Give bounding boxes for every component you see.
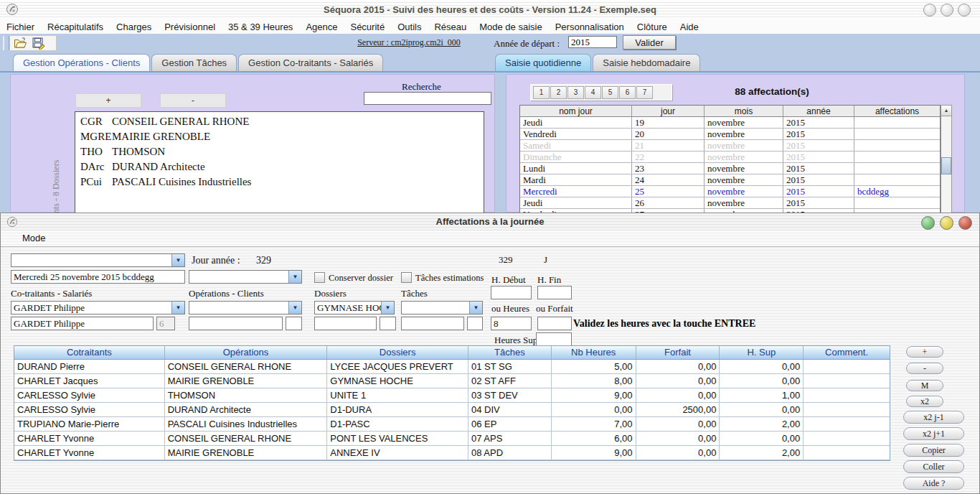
affectations-table-row[interactable]: CARLESSO SylvieTHOMSONUNITE 103 ST DEV9,… — [14, 388, 890, 403]
page-button-6[interactable]: 6 — [619, 86, 636, 99]
tache-code-field[interactable] — [467, 317, 483, 330]
days-table-row[interactable]: Jeudi19novembre2015 — [520, 117, 940, 129]
client-list-item[interactable]: DArcDURAND Architecte — [75, 159, 484, 174]
dialog-maximize-button[interactable] — [940, 216, 953, 230]
tab-saisie-quotidienne[interactable]: Saisie quotidienne — [495, 54, 591, 71]
dialog-minimize-button[interactable] — [921, 216, 935, 230]
tab-saisie-hebdomadaire[interactable]: Saisie hebdomadaire — [593, 54, 700, 71]
days-table-row[interactable]: Vendredi20novembre2015 — [520, 129, 940, 140]
affectations-table-row[interactable]: DURAND PierreCONSEIL GENERAL RHONELYCEE … — [14, 360, 890, 374]
menu-item-mode-de-saisie[interactable]: Mode de saisie — [473, 20, 548, 34]
menu-item-cl-ture[interactable]: Clôture — [631, 20, 674, 34]
page-button-3[interactable]: 3 — [567, 86, 584, 99]
client-list-item[interactable]: THOTHOMSON — [75, 144, 484, 159]
side-button--[interactable]: - — [906, 363, 943, 374]
affectations-table-row[interactable]: TRUPIANO Marie-PierrePASCALI Cuisines In… — [14, 417, 890, 432]
chevron-down-icon[interactable]: ▼ — [469, 302, 482, 314]
tab-gestion-t-ches[interactable]: Gestion Tâches — [151, 54, 237, 71]
days-table-row[interactable]: Samedi21novembre2015 — [520, 140, 940, 152]
side-button-x2-j+1[interactable]: x2 j+1 — [903, 427, 964, 440]
mode-menu[interactable]: Mode — [22, 233, 46, 243]
menu-item-charges[interactable]: Charges — [110, 20, 158, 34]
start-year-input[interactable] — [568, 36, 617, 48]
menu-item-outils[interactable]: Outils — [391, 20, 428, 34]
tache-field[interactable] — [401, 317, 464, 330]
maximize-button[interactable] — [941, 4, 953, 17]
taches-estimations-checkbox[interactable] — [401, 272, 412, 283]
save-file-icon[interactable] — [32, 37, 45, 50]
menu-item-pr-visionnel[interactable]: Prévisionnel — [158, 20, 222, 34]
dossier-combo[interactable]: GYMNASE HOC... ▼ — [314, 301, 395, 314]
chevron-down-icon[interactable]: ▼ — [171, 302, 184, 314]
close-button[interactable] — [958, 4, 971, 17]
minimize-button[interactable] — [923, 4, 936, 17]
client-list-item[interactable]: MGREMAIRIE GRENOBLE — [75, 129, 484, 144]
tab-gestion-op-rations-clients[interactable]: Gestion Opérations - Clients — [13, 54, 150, 71]
menu-item-r-seau[interactable]: Réseau — [428, 20, 473, 34]
heures-input[interactable] — [491, 317, 532, 330]
page-button-4[interactable]: 4 — [585, 86, 601, 99]
heures-sup-input[interactable] — [536, 332, 572, 346]
client-list-item[interactable]: PCuiPASCALI Cuisines Industrielles — [75, 174, 484, 190]
page-button-7[interactable]: 7 — [636, 86, 653, 99]
days-table-row[interactable]: Jeudi26novembre2015 — [520, 197, 940, 209]
side-button-aide-?[interactable]: Aide ? — [903, 477, 964, 490]
validate-button[interactable]: Valider — [623, 35, 676, 50]
days-scrollbar[interactable]: ▲ — [941, 105, 952, 213]
selected-date-field[interactable] — [11, 270, 185, 284]
scroll-up-icon[interactable]: ▲ — [941, 106, 951, 116]
affectations-table-row[interactable]: CHARLET JacquesMAIRIE GRENOBLEGYMNASE HO… — [14, 374, 890, 388]
operations-top-combo[interactable]: ▼ — [189, 270, 302, 284]
operation-code-field[interactable] — [286, 317, 302, 330]
cotraitant-number-field[interactable] — [156, 317, 175, 330]
side-button-copier[interactable]: Copier — [903, 444, 964, 457]
page-button-1[interactable]: 1 — [533, 86, 550, 99]
add-client-button[interactable]: + — [75, 93, 141, 108]
client-list-item[interactable]: CGRCONSEIL GENERAL RHONE — [75, 114, 484, 129]
dialog-close-button[interactable] — [958, 216, 972, 230]
chevron-down-icon[interactable]: ▼ — [288, 271, 301, 283]
tab-gestion-co-traitants-salari-s[interactable]: Gestion Co-traitants - Salariés — [238, 54, 383, 71]
cotraitant-combo[interactable]: GARDET Philippe ▼ — [11, 301, 185, 314]
dossier-field[interactable] — [314, 317, 377, 330]
taches-combo[interactable]: ▼ — [401, 301, 483, 314]
menu-item-35-39-heures[interactable]: 35 & 39 Heures — [222, 20, 299, 34]
scrollbar-thumb[interactable] — [941, 157, 951, 174]
days-table-row[interactable]: Dimanche22novembre2015 — [520, 152, 940, 163]
menu-item-s-curit-[interactable]: Sécurité — [344, 20, 391, 34]
affectations-table-row[interactable]: CHARLET YvonneMAIRIE GRENOBLEANNEXE IV08… — [14, 446, 890, 460]
menu-item-personnalisation[interactable]: Personnalisation — [549, 20, 631, 34]
remove-client-button[interactable]: - — [160, 93, 226, 108]
chevron-down-icon[interactable]: ▼ — [288, 302, 301, 314]
menu-item-agence[interactable]: Agence — [299, 20, 344, 34]
page-button-5[interactable]: 5 — [602, 86, 618, 99]
operation-field[interactable] — [189, 317, 283, 330]
chevron-down-icon[interactable]: ▼ — [171, 254, 184, 266]
cotraitant-name-field[interactable] — [11, 317, 154, 330]
affectations-table-row[interactable]: CARLESSO SylvieDURAND ArchitecteD1-DURA0… — [14, 403, 890, 417]
conserver-dossier-checkbox[interactable] — [314, 272, 325, 283]
menu-item-aide[interactable]: Aide — [674, 20, 705, 34]
chevron-down-icon[interactable]: ▼ — [381, 302, 394, 314]
open-file-icon[interactable] — [14, 37, 27, 50]
menu-item-r-capitulatifs[interactable]: Récapitulatifs — [41, 20, 110, 34]
forfait-input[interactable] — [537, 317, 572, 330]
side-button-coller[interactable]: Coller — [903, 460, 964, 473]
page-button-2[interactable]: 2 — [550, 86, 567, 99]
days-table-row[interactable]: Mercredi25novembre2015bcddegg — [520, 186, 940, 197]
h-fin-input[interactable] — [537, 286, 572, 299]
days-table-row[interactable]: Mardi24novembre2015 — [520, 174, 940, 186]
affectations-table-row[interactable]: CHARLET YvonneCONSEIL GENERAL RHONEPONT … — [14, 432, 890, 446]
days-table-row[interactable]: Lundi23novembre2015 — [520, 163, 940, 174]
h-debut-input[interactable] — [491, 286, 532, 299]
search-input[interactable] — [364, 92, 491, 105]
dossier-code-field[interactable] — [380, 317, 396, 330]
side-button-m[interactable]: M — [906, 380, 943, 391]
side-button-x2[interactable]: x2 — [906, 396, 943, 407]
operations-combo[interactable]: ▼ — [189, 301, 302, 314]
menu-item-fichier[interactable]: Fichier — [0, 20, 41, 34]
mode-combo[interactable]: ▼ — [11, 253, 185, 267]
side-button-+[interactable]: + — [906, 346, 943, 358]
side-button-x2-j-1[interactable]: x2 j-1 — [903, 411, 964, 424]
client-list[interactable]: CGRCONSEIL GENERAL RHONEMGREMAIRIE GRENO… — [75, 111, 484, 213]
